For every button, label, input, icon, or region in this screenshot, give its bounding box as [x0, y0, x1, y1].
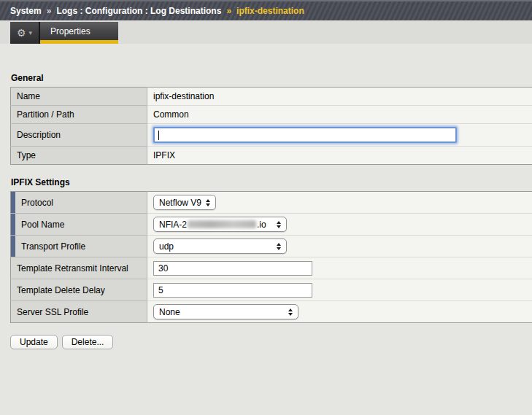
template-delete-delay-label: Template Delete Delay	[11, 279, 147, 301]
tab-properties-label: Properties	[50, 26, 90, 36]
type-value: IPFIX	[147, 147, 532, 165]
options-menu-button[interactable]: ⚙ ▾	[10, 22, 40, 44]
pool-name-cell: NFIA-2 .io	[147, 214, 532, 236]
server-ssl-profile-label: Server SSL Profile	[11, 301, 147, 323]
breadcrumb-section-system[interactable]: System	[10, 6, 42, 16]
action-buttons: Update Delete...	[10, 335, 532, 349]
pool-name-suffix: .io	[257, 220, 266, 230]
template-delete-delay-cell	[147, 279, 532, 301]
protocol-label: Protocol	[11, 192, 147, 214]
general-section-heading: General	[11, 73, 532, 83]
table-row-transport-profile: Transport Profile udp	[11, 236, 532, 257]
chevron-down-icon: ▾	[29, 30, 33, 36]
description-input[interactable]	[153, 127, 457, 143]
server-ssl-profile-selected-value: None	[159, 307, 180, 317]
protocol-select[interactable]: Netflow V9	[153, 195, 216, 210]
template-retransmit-interval-label: Template Retransmit Interval	[11, 257, 147, 279]
breadcrumb-separator-icon: »	[226, 6, 231, 16]
name-value: ipfix-destination	[147, 88, 532, 106]
transport-profile-selected-value: udp	[159, 241, 174, 252]
pool-name-label: Pool Name	[11, 214, 147, 236]
table-row-type: Type IPFIX	[11, 147, 532, 165]
table-row-partition: Partition / Path Common	[11, 106, 532, 124]
server-ssl-profile-cell: None	[147, 301, 532, 323]
main-content: General Name ipfix-destination Partition…	[0, 73, 532, 349]
protocol-cell: Netflow V9	[147, 192, 532, 214]
general-table: Name ipfix-destination Partition / Path …	[10, 87, 532, 165]
transport-profile-select[interactable]: udp	[153, 238, 287, 254]
description-cell	[147, 124, 532, 147]
transport-profile-label: Transport Profile	[11, 236, 147, 257]
table-row-description: Description	[11, 124, 532, 147]
select-spinner-icon	[206, 199, 210, 206]
select-spinner-icon	[277, 221, 281, 228]
server-ssl-profile-select[interactable]: None	[153, 304, 298, 319]
select-spinner-icon	[288, 309, 293, 316]
table-row-name: Name ipfix-destination	[11, 88, 532, 106]
protocol-selected-value: Netflow V9	[159, 198, 201, 208]
redacted-pool-name	[188, 220, 256, 228]
type-label: Type	[11, 147, 147, 165]
pool-name-select[interactable]: NFIA-2 .io	[153, 217, 287, 232]
partition-path-label: Partition / Path	[11, 106, 147, 124]
table-row-protocol: Protocol Netflow V9	[11, 192, 532, 214]
transport-profile-cell: udp	[147, 236, 532, 257]
description-label: Description	[11, 124, 147, 147]
gear-icon: ⚙	[17, 28, 26, 38]
template-delete-delay-input[interactable]	[153, 283, 312, 298]
partition-path-value: Common	[147, 106, 532, 124]
table-row-pool-name: Pool Name NFIA-2 .io	[11, 214, 532, 236]
pool-name-selected-value: NFIA-2 .io	[159, 220, 266, 230]
name-label: Name	[11, 88, 147, 106]
breadcrumb: System » Logs : Configuration : Log Dest…	[0, 0, 532, 20]
breadcrumb-separator-icon: »	[47, 6, 52, 16]
pool-name-prefix: NFIA-2	[159, 220, 187, 230]
template-retransmit-interval-input[interactable]	[153, 261, 312, 276]
table-row-template-delete-delay: Template Delete Delay	[11, 279, 532, 301]
table-row-template-retransmit-interval: Template Retransmit Interval	[11, 257, 532, 279]
update-button[interactable]: Update	[10, 335, 58, 349]
tab-properties[interactable]: Properties	[40, 22, 118, 44]
template-retransmit-interval-cell	[147, 257, 532, 279]
ipfix-settings-table: Protocol Netflow V9 Pool Name NFIA-2 .io	[10, 191, 532, 323]
delete-button[interactable]: Delete...	[62, 335, 114, 349]
ipfix-settings-section-heading: IPFIX Settings	[11, 177, 532, 187]
tab-bar: ⚙ ▾ Properties	[0, 20, 532, 44]
select-spinner-icon	[277, 243, 281, 250]
table-row-server-ssl-profile: Server SSL Profile None	[11, 301, 532, 323]
breadcrumb-path[interactable]: Logs : Configuration : Log Destinations	[56, 6, 221, 16]
breadcrumb-current-page: ipfix-destination	[236, 6, 304, 16]
